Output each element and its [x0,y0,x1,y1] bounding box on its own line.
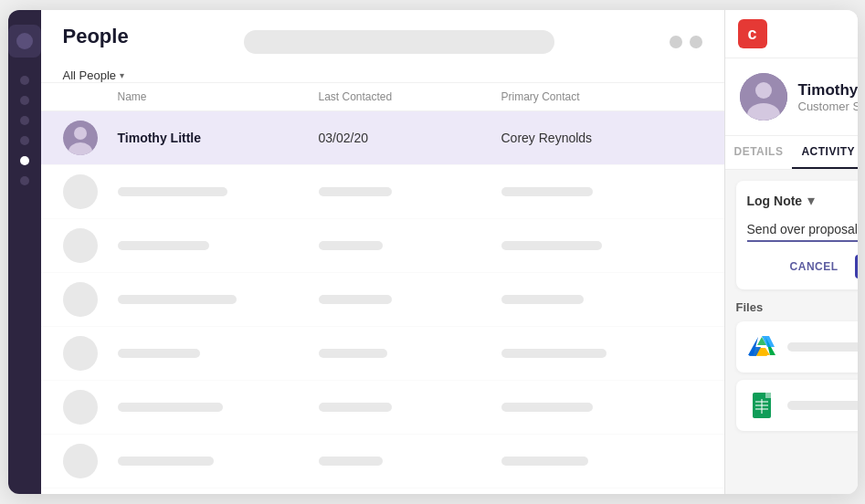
contact-avatar [740,73,787,121]
table-row[interactable] [41,219,724,273]
table-row[interactable] [41,327,724,381]
avatar-placeholder [63,336,98,371]
date-placeholder [319,457,383,466]
tab-details[interactable]: DETAILS [725,136,793,169]
window-control-minimize[interactable] [670,36,682,48]
contact-name: Timothy Little [798,81,858,100]
sidebar-nav-2[interactable] [20,96,29,105]
avatar-placeholder [63,282,98,317]
col-primary-contact-header: Primary Contact [501,90,702,103]
contact-placeholder [501,403,593,412]
contact-placeholder [501,295,584,304]
table-row[interactable] [41,165,724,219]
contact-placeholder [501,457,588,466]
file-name-placeholder [787,342,858,352]
log-note-input[interactable] [747,218,858,242]
row-last-contacted: 03/02/20 [319,131,501,145]
date-placeholder [319,403,392,412]
panel-logo: c [738,19,767,48]
file-item-gdrive[interactable] [736,321,858,373]
name-placeholder [118,457,214,466]
date-placeholder [319,349,387,358]
avatar-placeholder [63,228,98,263]
table-row[interactable] [41,435,724,488]
app-window: People All People ▾ Name [8,10,858,494]
all-people-filter[interactable]: All People ▾ [63,68,125,82]
svg-point-0 [16,33,33,49]
sidebar-nav-5[interactable] [20,156,29,165]
contact-avatar-image [740,73,787,121]
name-placeholder [118,295,237,304]
name-placeholder [118,349,200,358]
main-content: People All People ▾ Name [41,10,724,494]
log-note-dropdown-icon[interactable]: ▾ [807,192,815,209]
files-section: Files [736,300,858,431]
col-last-contacted-header: Last Contacted [319,90,501,103]
row-name: Timothy Little [118,131,319,145]
log-note-label: Log Note [747,194,803,208]
page-title: People [63,25,129,48]
svg-point-2 [74,127,87,140]
save-button[interactable]: SAVE [855,255,858,278]
main-header: People All People ▾ [41,10,724,83]
gsheets-icon [747,391,776,420]
filter-label-text: All People [63,68,117,82]
cancel-button[interactable]: CANCEL [781,255,848,278]
tab-activity[interactable]: ACTIVITY [792,136,857,169]
contact-title: Customer Success [798,100,858,113]
table-row[interactable]: Timothy Little 03/02/20 Corey Reynolds [41,111,724,165]
table-header: Name Last Contacted Primary Contact [41,83,724,111]
panel-body: Log Note ▾ CANCEL SAVE Files [725,170,858,494]
people-table: Name Last Contacted Primary Contact [41,83,724,494]
sidebar-nav-6[interactable] [20,176,29,185]
panel-tabs: DETAILS ACTIVITY RELATED [725,136,858,170]
date-placeholder [319,187,392,196]
gdrive-icon [747,332,776,362]
file-item-gsheets[interactable] [736,380,858,431]
right-panel: c [724,10,858,494]
panel-logo-icon: c [747,25,756,44]
contact-placeholder [501,349,607,358]
svg-rect-21 [765,393,771,398]
avatar-placeholder [63,174,98,209]
date-placeholder [319,295,392,304]
avatar [63,121,98,155]
name-placeholder [118,403,223,412]
sidebar [8,10,41,494]
avatar-placeholder [63,390,98,425]
col-name-header: Name [118,90,319,103]
contact-placeholder [501,187,593,196]
log-note-actions: CANCEL SAVE [747,255,858,278]
panel-top-bar: c [725,10,858,58]
name-placeholder [118,241,209,250]
window-control-maximize[interactable] [690,36,702,48]
sidebar-nav-1[interactable] [20,76,29,85]
chevron-down-icon: ▾ [120,70,124,80]
col-avatar-header [63,90,118,103]
avatar-image [63,121,98,155]
name-placeholder [118,187,227,196]
search-bar[interactable] [244,30,554,54]
sidebar-nav-4[interactable] [20,136,29,145]
table-row[interactable] [41,273,724,327]
svg-point-8 [755,82,772,99]
row-primary-contact: Corey Reynolds [501,131,702,145]
table-row[interactable] [41,381,724,435]
avatar-placeholder [63,444,98,478]
logo-icon [16,32,34,50]
sidebar-nav-3[interactable] [20,116,29,125]
log-note-section: Log Note ▾ CANCEL SAVE [736,181,858,289]
contact-info: Timothy Little Customer Success [725,58,858,136]
date-placeholder [319,241,383,250]
files-label: Files [736,300,858,314]
file-name-placeholder [787,401,858,410]
contact-placeholder [501,241,602,250]
sidebar-logo[interactable] [8,25,41,58]
window-controls [670,36,702,48]
